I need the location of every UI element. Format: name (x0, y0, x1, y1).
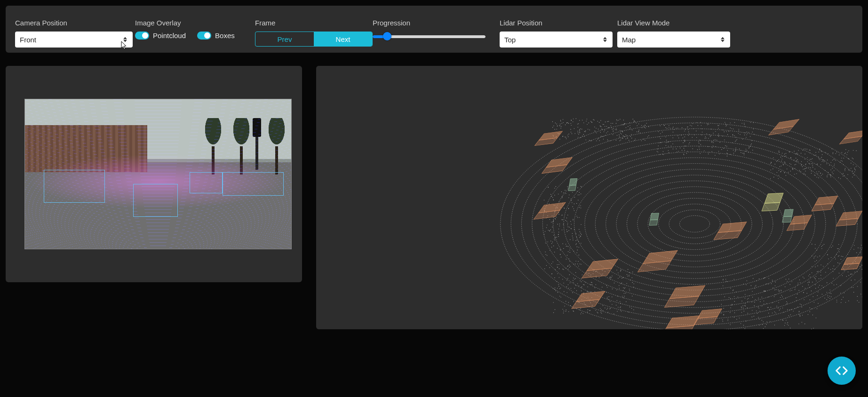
camera-position-label: Camera Position (15, 19, 133, 27)
svg-point-1456 (550, 230, 551, 230)
svg-point-871 (584, 285, 584, 285)
svg-point-693 (581, 312, 581, 313)
svg-point-576 (856, 151, 856, 151)
svg-point-523 (771, 170, 771, 170)
svg-point-1408 (544, 234, 544, 234)
svg-point-1446 (560, 254, 560, 254)
svg-point-990 (772, 280, 772, 280)
svg-point-126 (600, 137, 601, 137)
svg-point-1057 (749, 295, 749, 296)
svg-point-226 (566, 138, 566, 139)
svg-point-579 (842, 152, 842, 153)
svg-point-995 (764, 301, 764, 301)
svg-point-261 (711, 129, 711, 129)
svg-point-8 (595, 169, 794, 278)
svg-point-300 (681, 135, 682, 135)
svg-point-1423 (563, 192, 564, 193)
svg-point-497 (843, 173, 844, 174)
svg-point-985 (782, 308, 783, 308)
svg-point-622 (822, 160, 823, 160)
svg-point-902 (781, 290, 781, 290)
camera-image[interactable] (24, 99, 292, 249)
camera-position-select[interactable]: Front (15, 32, 133, 48)
svg-point-895 (573, 311, 574, 311)
svg-point-1088 (729, 297, 729, 298)
svg-point-1444 (572, 233, 573, 234)
svg-point-215 (589, 140, 589, 140)
svg-point-657 (814, 175, 814, 175)
svg-point-1109 (779, 310, 780, 310)
svg-point-170 (557, 129, 557, 129)
svg-point-1133 (815, 278, 815, 278)
svg-point-122 (620, 130, 620, 131)
svg-point-807 (627, 274, 627, 275)
svg-point-1392 (549, 267, 550, 268)
progression-slider[interactable] (373, 35, 486, 38)
code-toggle-fab[interactable] (828, 357, 856, 385)
svg-point-331 (754, 134, 754, 135)
svg-point-20 (629, 125, 630, 126)
svg-point-220 (637, 126, 637, 126)
svg-point-1240 (812, 244, 812, 244)
svg-point-1221 (857, 286, 858, 286)
svg-point-669 (801, 164, 802, 165)
svg-point-1395 (577, 250, 578, 250)
svg-point-1114 (788, 322, 788, 323)
svg-point-673 (805, 174, 805, 175)
svg-point-533 (803, 150, 803, 151)
lidar-position-select[interactable]: Top (500, 32, 613, 48)
svg-point-602 (844, 169, 845, 170)
svg-point-488 (822, 154, 822, 155)
svg-point-1014 (766, 303, 767, 303)
lidar-view-mode-select[interactable]: Map (617, 32, 730, 48)
svg-point-1092 (786, 298, 786, 298)
svg-point-316 (742, 153, 743, 153)
svg-point-1144 (820, 270, 821, 270)
svg-point-1260 (831, 296, 831, 297)
pointcloud-toggle-row: Pointcloud (135, 32, 186, 40)
svg-point-1171 (820, 256, 820, 256)
svg-point-522 (806, 168, 806, 168)
svg-point-1461 (578, 266, 579, 266)
svg-point-534 (781, 166, 781, 166)
svg-point-683 (568, 302, 569, 302)
svg-point-663 (771, 162, 772, 163)
svg-point-1557 (558, 194, 558, 194)
svg-point-624 (796, 164, 796, 165)
svg-point-566 (831, 162, 831, 163)
lidar-stage[interactable] (316, 66, 862, 329)
svg-point-352 (662, 132, 662, 132)
svg-point-385 (750, 136, 750, 136)
svg-point-179 (629, 140, 629, 141)
svg-point-78 (599, 122, 599, 123)
next-button[interactable]: Next (314, 32, 372, 46)
svg-point-1116 (804, 292, 804, 293)
prev-button[interactable]: Prev (255, 32, 314, 46)
svg-point-777 (575, 272, 576, 273)
svg-point-721 (590, 292, 590, 292)
svg-point-1319 (861, 245, 861, 246)
svg-point-55 (611, 126, 611, 126)
svg-point-879 (573, 280, 573, 281)
svg-point-803 (553, 302, 554, 302)
svg-point-439 (697, 149, 698, 150)
lidar-panel[interactable] (316, 66, 862, 329)
svg-point-70 (622, 131, 622, 131)
lidar-bbox (769, 119, 799, 135)
svg-point-955 (748, 301, 748, 302)
svg-point-64 (563, 122, 564, 123)
svg-point-1498 (562, 196, 562, 197)
svg-point-601 (811, 159, 812, 159)
svg-point-554 (796, 153, 797, 153)
svg-point-26 (639, 130, 639, 130)
svg-point-393 (701, 122, 701, 123)
svg-point-851 (601, 310, 602, 310)
svg-point-1093 (805, 288, 805, 288)
svg-point-1443 (549, 230, 550, 231)
svg-point-280 (715, 139, 715, 140)
svg-point-1367 (578, 241, 579, 241)
svg-rect-1585 (783, 209, 793, 217)
boxes-toggle[interactable] (197, 32, 211, 40)
pointcloud-toggle[interactable] (135, 32, 149, 40)
progression-thumb[interactable] (383, 32, 391, 40)
